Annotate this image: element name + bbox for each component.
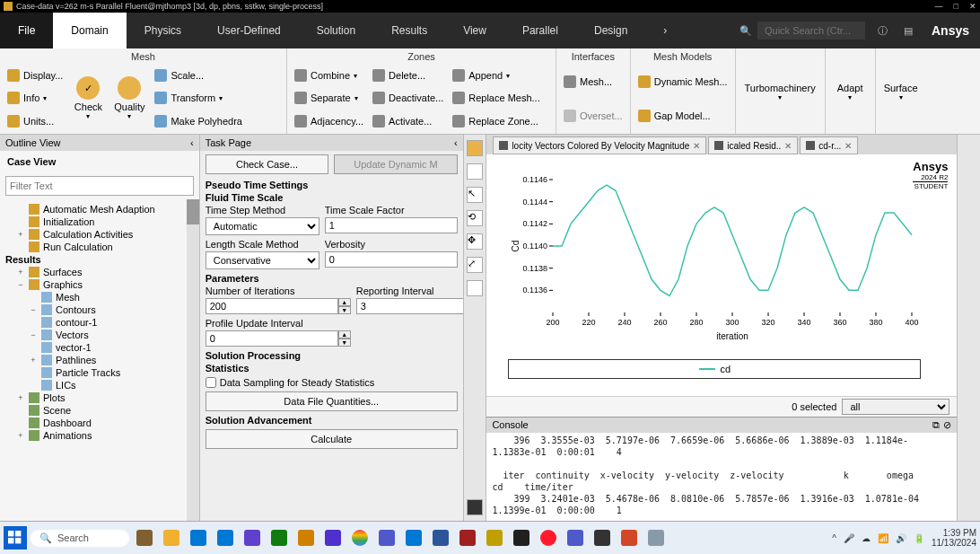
length-scale-method-select[interactable]: Conservative xyxy=(206,251,319,269)
reporting-interval-input[interactable] xyxy=(356,298,463,314)
verbosity-input[interactable] xyxy=(325,251,458,268)
tree-mesh[interactable]: Mesh xyxy=(4,291,199,303)
mesh-interfaces-button[interactable]: Mesh... xyxy=(560,74,626,90)
taskbar-app[interactable] xyxy=(591,526,614,550)
surface-button[interactable]: Surface▾ xyxy=(879,79,923,103)
taskbar-app[interactable] xyxy=(267,526,291,550)
replace-mesh-button[interactable]: Replace Mesh... xyxy=(449,90,543,106)
tree-auto-mesh-adaption[interactable]: Automatic Mesh Adaption xyxy=(4,203,199,215)
append-button[interactable]: Append▾ xyxy=(449,67,543,84)
tree-scrollbar[interactable] xyxy=(187,199,199,521)
tool-icon[interactable] xyxy=(467,499,483,515)
close-icon[interactable]: ✕ xyxy=(784,141,792,151)
pan-icon[interactable]: ✥ xyxy=(467,233,483,250)
close-button[interactable]: ✕ xyxy=(969,2,976,11)
taskbar-search[interactable]: 🔍 Search xyxy=(31,530,129,547)
tray-volume-icon[interactable]: 🔊 xyxy=(896,533,906,543)
activate-button[interactable]: Activate... xyxy=(369,113,447,129)
tree-run-calculation[interactable]: Run Calculation xyxy=(4,241,199,253)
gfx-tab-cd[interactable]: cd-r...✕ xyxy=(800,136,858,154)
separate-button[interactable]: Separate▾ xyxy=(291,90,367,106)
display-button[interactable]: Display... xyxy=(4,67,66,84)
quality-button[interactable]: Quality▾ xyxy=(109,65,149,132)
taskbar-app[interactable] xyxy=(187,526,210,550)
console-popout-icon[interactable]: ⧉ xyxy=(932,419,940,431)
tab-view[interactable]: View xyxy=(445,13,504,48)
spin-down-icon[interactable]: ▼ xyxy=(338,306,351,314)
tree-vectors[interactable]: −Vectors xyxy=(4,329,199,341)
tree-scene[interactable]: Scene xyxy=(4,404,199,417)
tree-particle-tracks[interactable]: Particle Tracks xyxy=(4,366,199,379)
console-clear-icon[interactable]: ⊘ xyxy=(943,419,951,431)
expand-icon[interactable]: + xyxy=(16,268,25,277)
tree-contour-1[interactable]: contour-1 xyxy=(4,316,199,329)
zoom-icon[interactable]: ⤢ xyxy=(467,257,483,273)
taskbar-app[interactable] xyxy=(456,526,479,550)
collapse-icon[interactable]: ‹ xyxy=(190,137,194,148)
spin-up-icon[interactable]: ▲ xyxy=(338,330,351,339)
check-case-button[interactable]: Check Case... xyxy=(206,154,329,174)
tool-icon[interactable] xyxy=(467,280,483,296)
tree-lics[interactable]: LICs xyxy=(4,379,199,391)
make-polyhedra-button[interactable]: Make Polyhedra xyxy=(151,113,246,129)
info-button[interactable]: Info▾ xyxy=(4,90,66,106)
taskbar-app[interactable] xyxy=(617,526,641,550)
outline-tree[interactable]: Automatic Mesh Adaption Initialization +… xyxy=(0,199,199,521)
layout-icon[interactable]: ▤ xyxy=(896,13,921,48)
replace-zone-button[interactable]: Replace Zone... xyxy=(449,113,543,129)
taskbar-app[interactable] xyxy=(375,526,398,550)
system-tray[interactable]: ^ 🎤 ☁ 📶 🔊 🔋 1:39 PM 11/13/2024 xyxy=(832,528,976,548)
combine-button[interactable]: Combine▾ xyxy=(291,67,367,84)
tree-graphics[interactable]: −Graphics xyxy=(4,278,199,291)
expand-icon[interactable]: + xyxy=(16,393,25,402)
tab-solution[interactable]: Solution xyxy=(299,13,373,48)
close-icon[interactable]: ✕ xyxy=(844,141,852,151)
tool-icon[interactable] xyxy=(467,163,483,180)
tray-battery-icon[interactable]: 🔋 xyxy=(914,533,924,543)
tab-physics[interactable]: Physics xyxy=(127,13,199,48)
collapse-icon[interactable]: − xyxy=(29,305,38,314)
help-icon[interactable]: ⓘ xyxy=(871,13,896,48)
console-output[interactable]: 396 3.3555e-03 5.7197e-06 7.6659e-06 5.6… xyxy=(486,433,957,521)
profile-update-interval-input[interactable] xyxy=(206,330,338,347)
tree-pathlines[interactable]: +Pathlines xyxy=(4,354,199,366)
num-iterations-input[interactable] xyxy=(206,298,338,314)
delete-button[interactable]: Delete... xyxy=(369,67,447,84)
expand-icon[interactable]: + xyxy=(16,230,25,239)
taskbar-app[interactable] xyxy=(644,526,668,550)
filter-input[interactable] xyxy=(5,176,194,196)
spin-up-icon[interactable]: ▲ xyxy=(338,298,351,306)
spin-down-icon[interactable]: ▼ xyxy=(338,339,351,347)
collapse-icon[interactable]: − xyxy=(16,280,25,289)
adapt-button[interactable]: Adapt▾ xyxy=(829,79,871,103)
tree-vector-1[interactable]: vector-1 xyxy=(4,341,199,354)
collapse-icon[interactable]: − xyxy=(29,330,38,339)
expand-icon[interactable]: + xyxy=(16,431,25,440)
chart-canvas[interactable]: Ansys 2024 R2 STUDENT 0.11360.11380.1140… xyxy=(486,154,957,396)
close-icon[interactable]: ✕ xyxy=(693,141,700,151)
tree-results[interactable]: Results xyxy=(4,253,199,266)
tab-design[interactable]: Design xyxy=(576,13,645,48)
minimize-button[interactable]: — xyxy=(935,2,943,11)
collapse-icon[interactable]: ‹ xyxy=(454,137,458,148)
taskbar-app[interactable] xyxy=(348,526,372,550)
data-file-quantities-button[interactable]: Data File Quantities... xyxy=(206,391,458,411)
tool-icon[interactable] xyxy=(467,140,483,156)
quick-search-input[interactable] xyxy=(757,22,865,40)
check-button[interactable]: ✓Check▾ xyxy=(68,65,108,132)
tab-domain[interactable]: Domain xyxy=(53,13,126,48)
taskbar-app[interactable] xyxy=(402,526,425,550)
taskbar-app[interactable] xyxy=(294,526,318,550)
scale-button[interactable]: Scale... xyxy=(151,67,246,84)
turbomachinery-button[interactable]: Turbomachinery▾ xyxy=(739,79,821,103)
units-button[interactable]: Units... xyxy=(4,113,66,129)
taskbar-app[interactable] xyxy=(483,526,506,550)
tray-wifi-icon[interactable]: 📶 xyxy=(878,533,888,543)
rotate-icon[interactable]: ⟲ xyxy=(467,210,483,226)
overset-button[interactable]: Overset... xyxy=(560,108,626,124)
expand-icon[interactable]: + xyxy=(29,356,38,365)
taskbar-app[interactable] xyxy=(241,526,264,550)
data-sampling-checkbox[interactable] xyxy=(206,377,216,388)
calculate-button[interactable]: Calculate xyxy=(206,429,458,449)
transform-button[interactable]: Transform▾ xyxy=(151,90,246,106)
